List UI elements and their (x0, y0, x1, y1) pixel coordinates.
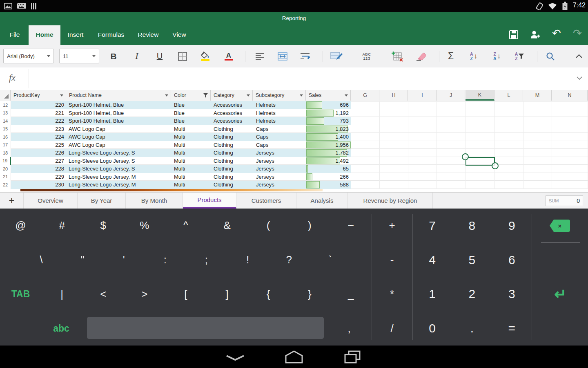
key-sym-r3-4[interactable]: [ (165, 277, 206, 312)
font-size-select[interactable]: 11 (59, 49, 99, 63)
comma-key[interactable]: , (329, 311, 370, 346)
key-sym-r2-7[interactable]: ` (310, 243, 351, 277)
row-number[interactable]: 14 (0, 117, 11, 125)
backspace-key[interactable]: × (550, 220, 570, 232)
category-cell[interactable]: Clothing (211, 173, 253, 181)
key-sym-r2-2[interactable]: ' (103, 243, 145, 277)
numpad-key-6[interactable]: 6 (492, 243, 532, 277)
space-key[interactable] (87, 317, 324, 339)
productkey-cell[interactable]: 223 (11, 125, 67, 133)
key-sym-r2-4[interactable]: ; (186, 243, 227, 277)
empty-cell[interactable] (408, 117, 437, 125)
numpad-key-2[interactable]: 2 (452, 277, 492, 312)
color-cell[interactable]: Blue (172, 109, 211, 117)
color-cell[interactable]: Multi (172, 141, 211, 149)
empty-cell[interactable] (380, 109, 408, 117)
sheet-tab-analysis[interactable]: Analysis (296, 193, 348, 209)
filter-dropdown-icon[interactable] (247, 94, 250, 96)
numpad-key-3[interactable]: 3 (492, 277, 532, 312)
empty-cell[interactable] (523, 173, 552, 181)
key-sym-r1-2[interactable]: $ (82, 209, 124, 243)
row-number[interactable]: 13 (0, 109, 11, 117)
empty-cell[interactable] (495, 149, 523, 157)
filter-dropdown-icon[interactable] (300, 94, 303, 96)
empty-cell[interactable] (495, 157, 523, 165)
column-header-sales[interactable]: Sales (306, 90, 351, 101)
subcategory-cell[interactable]: Jerseys (253, 165, 306, 173)
italic-button[interactable]: I (128, 45, 146, 67)
number-format-button[interactable]: ABC 123 (358, 45, 376, 67)
subcategory-cell[interactable]: Jerseys (253, 149, 306, 157)
wrap-text-button[interactable] (296, 45, 314, 67)
product-name-cell[interactable]: Sport-100 Helmet, Blue (67, 109, 172, 117)
empty-cell[interactable] (495, 109, 523, 117)
funnel-filter-icon[interactable] (203, 93, 208, 99)
empty-cell[interactable] (523, 141, 552, 149)
productkey-cell[interactable]: 221 (11, 109, 67, 117)
color-cell[interactable]: Multi (172, 157, 211, 165)
key-sym-r2-5[interactable]: ! (227, 243, 268, 277)
empty-cell[interactable] (552, 125, 588, 133)
empty-cell[interactable] (495, 117, 523, 125)
key-sym-r2-3[interactable]: : (145, 243, 186, 277)
empty-cell[interactable] (552, 101, 588, 109)
collapse-ribbon-button[interactable] (570, 45, 588, 67)
selection-handle-bottom-right[interactable] (492, 162, 499, 169)
sales-cell[interactable]: 1,823 (306, 125, 351, 133)
subcategory-cell[interactable]: Jerseys (253, 157, 306, 165)
empty-cell[interactable] (408, 173, 437, 181)
empty-cell[interactable] (437, 141, 466, 149)
empty-cell[interactable] (437, 157, 466, 165)
menu-insert[interactable]: Insert (62, 25, 89, 45)
menu-review[interactable]: Review (133, 25, 163, 45)
numpad-key-8[interactable]: 8 (452, 209, 492, 243)
category-cell[interactable]: Clothing (211, 149, 253, 157)
home-icon[interactable] (285, 350, 303, 364)
empty-cell[interactable] (523, 109, 552, 117)
column-header-subcategory[interactable]: Subcategory (253, 90, 306, 101)
empty-cell[interactable] (466, 117, 495, 125)
alignment-button[interactable] (251, 45, 269, 67)
subcategory-cell[interactable]: Helmets (253, 101, 306, 109)
empty-cell[interactable] (351, 133, 380, 141)
row-number[interactable]: 15 (0, 125, 11, 133)
category-cell[interactable]: Clothing (211, 141, 253, 149)
column-header-category[interactable]: Category (211, 90, 253, 101)
empty-cell[interactable] (437, 125, 466, 133)
numpad-key-0[interactable]: 0 (412, 311, 452, 346)
hide-keyboard-icon[interactable] (225, 355, 245, 361)
empty-cell[interactable] (380, 157, 408, 165)
numpad-key-eq[interactable]: = (492, 311, 532, 346)
key-sym-r1-7[interactable]: ) (289, 209, 330, 243)
sales-cell[interactable]: 793 (306, 117, 351, 125)
empty-cell[interactable] (466, 141, 495, 149)
operator-key-3[interactable]: / (372, 311, 412, 346)
sort-descending-button[interactable]: Z A ↓ (488, 45, 506, 67)
operator-key-2[interactable]: * (372, 277, 412, 312)
color-cell[interactable]: Multi (172, 165, 211, 173)
product-name-cell[interactable]: Long-Sleeve Logo Jersey, M (67, 181, 172, 189)
column-header-h[interactable]: H (380, 90, 408, 101)
sales-cell[interactable]: 1,956 (306, 141, 351, 149)
filter-dropdown-icon[interactable] (345, 94, 348, 96)
key-sym-r3-1[interactable]: | (41, 277, 82, 312)
empty-cell[interactable] (408, 157, 437, 165)
category-cell[interactable]: Clothing (211, 125, 253, 133)
sheet-tab-by-month[interactable]: By Month (126, 193, 183, 209)
sheet-tab-overview[interactable]: Overview (24, 193, 78, 209)
subcategory-cell[interactable]: Caps (253, 125, 306, 133)
product-name-cell[interactable]: Sport-100 Helmet, Blue (67, 117, 172, 125)
key-sym-r2-1[interactable]: " (62, 243, 103, 277)
recents-icon[interactable] (344, 350, 361, 364)
menu-formulas[interactable]: Formulas (93, 25, 129, 45)
empty-cell[interactable] (437, 133, 466, 141)
empty-cell[interactable] (380, 125, 408, 133)
empty-cell[interactable] (552, 149, 588, 157)
merge-cells-button[interactable] (274, 45, 292, 67)
category-cell[interactable]: Accessories (211, 101, 253, 109)
subcategory-cell[interactable]: Helmets (253, 109, 306, 117)
numpad-key-dot[interactable]: . (452, 311, 492, 346)
sales-cell[interactable]: 696 (306, 101, 351, 109)
empty-cell[interactable] (351, 157, 380, 165)
key-sym-r1-1[interactable]: # (41, 209, 82, 243)
